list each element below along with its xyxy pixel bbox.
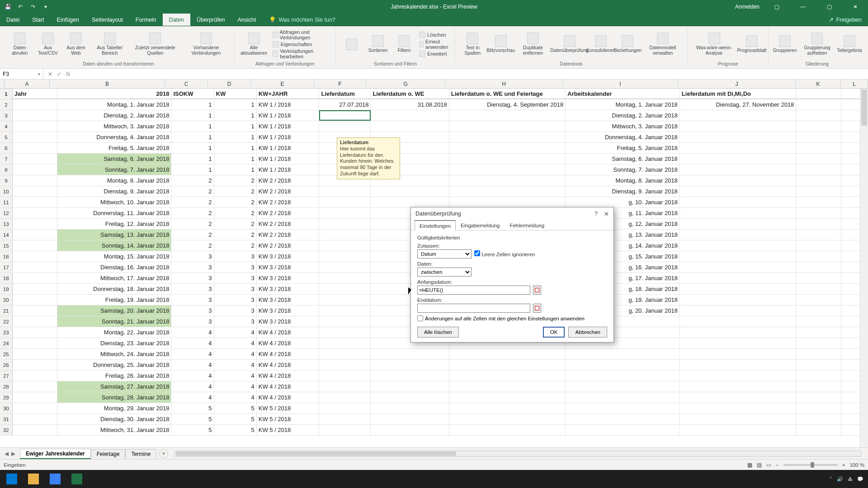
cell[interactable] (13, 338, 57, 348)
cell[interactable] (680, 349, 797, 359)
cell[interactable] (13, 251, 57, 262)
cell[interactable]: KW 5 / 2018 (257, 403, 320, 413)
cell[interactable]: KW 3 / 2018 (257, 316, 320, 327)
cell[interactable] (680, 392, 797, 403)
zoom-level[interactable]: 100 % (849, 462, 864, 468)
cell[interactable]: Donnerstag, 11. Januar 2018 (57, 208, 172, 218)
cell[interactable]: KW 1 / 2018 (257, 154, 320, 164)
cell[interactable]: Donnerstag, 25. Januar 2018 (57, 360, 172, 370)
cell[interactable]: 4 (171, 381, 214, 392)
cell[interactable] (796, 360, 841, 370)
start-date-input[interactable] (417, 286, 530, 295)
row-header[interactable]: 22 (0, 316, 13, 327)
cell[interactable] (796, 186, 841, 197)
cell[interactable]: 3 (214, 295, 257, 305)
cell[interactable] (449, 154, 566, 164)
cell[interactable] (449, 175, 566, 186)
cell[interactable] (13, 403, 57, 413)
cell[interactable]: KW 4 / 2018 (257, 360, 320, 370)
cell[interactable] (796, 164, 841, 175)
cell[interactable] (13, 273, 57, 283)
redo-icon[interactable]: ↷ (29, 3, 37, 11)
select-all-corner[interactable] (0, 80, 5, 88)
horizontal-scrollbar[interactable] (175, 450, 862, 457)
from-web-button[interactable]: Aus dem Web (64, 33, 89, 56)
cell[interactable] (796, 121, 841, 131)
cell[interactable]: KW (214, 89, 257, 99)
cell[interactable]: Dienstag, 23. Januar 2018 (57, 338, 172, 348)
row-header[interactable]: 4 (0, 121, 13, 131)
cell[interactable] (319, 284, 371, 294)
tellme-search[interactable]: 💡 Was möchten Sie tun? (263, 14, 342, 26)
clear-filter-item[interactable]: Löschen (419, 32, 450, 38)
tab-insert[interactable]: Einfügen (51, 14, 85, 26)
cell[interactable] (680, 381, 797, 392)
cell[interactable] (680, 219, 797, 229)
cell[interactable]: 3 (171, 316, 214, 327)
cell[interactable]: 2 (171, 230, 214, 240)
cell[interactable]: Freitag, 12. Januar 2018 (57, 219, 172, 229)
normal-view-icon[interactable]: ▦ (747, 462, 752, 468)
cell[interactable]: Mittwoch, 17. Januar 2018 (57, 273, 172, 283)
cell[interactable] (449, 197, 566, 207)
cell[interactable]: 1 (214, 121, 257, 131)
cell[interactable]: Arbeitskalender (566, 89, 680, 99)
cell[interactable] (371, 110, 449, 121)
row-header[interactable]: 19 (0, 284, 13, 294)
cell[interactable]: 3 (214, 262, 257, 272)
cell[interactable]: 5 (171, 414, 214, 424)
cell[interactable] (449, 110, 566, 121)
cell[interactable]: Dienstag, 9. Januar 2018 (566, 186, 680, 197)
cell[interactable] (449, 360, 566, 370)
end-date-input[interactable] (417, 304, 530, 313)
cell[interactable] (13, 414, 57, 424)
data-validation-button[interactable]: Datenüberprüfung (554, 35, 585, 53)
cell[interactable]: Sonntag, 28. Januar 2018 (57, 392, 172, 403)
close-icon[interactable]: ✕ (846, 4, 864, 10)
manage-model-button[interactable]: Datenmodell verwalten (643, 33, 683, 56)
cell[interactable]: Dienstag, 27. November 2018 (680, 99, 797, 110)
cell[interactable] (449, 121, 566, 131)
cell[interactable]: 3 (171, 251, 214, 262)
cell[interactable]: KW 4 / 2018 (257, 392, 320, 403)
cell[interactable]: 4 (171, 349, 214, 359)
cell[interactable]: 4 (171, 371, 214, 381)
sheet-nav-prev-icon[interactable]: ◀ (5, 450, 9, 457)
cell[interactable] (319, 230, 371, 240)
cell[interactable] (796, 230, 841, 240)
subtotal-button[interactable]: Teilergebnis (838, 35, 861, 53)
cell[interactable] (13, 327, 57, 338)
cell[interactable] (13, 316, 57, 327)
row-header[interactable]: 32 (0, 425, 13, 435)
cell[interactable] (13, 392, 57, 403)
queries-item[interactable]: Abfragen und Verbindungen (273, 29, 331, 40)
cell[interactable] (796, 349, 841, 359)
existing-conn-button[interactable]: Vorhandene Verbindungen (183, 33, 229, 56)
cell[interactable]: KW 1 / 2018 (257, 143, 320, 153)
cell[interactable]: Montag, 1. Januar 2018 (566, 99, 680, 110)
start-date-ref-icon[interactable] (533, 286, 541, 295)
cell[interactable] (371, 121, 449, 131)
cell[interactable] (680, 425, 797, 435)
col-header-K[interactable]: K (796, 80, 841, 88)
cell[interactable]: 1 (214, 132, 257, 142)
cell[interactable] (796, 425, 841, 435)
minimize-icon[interactable]: — (794, 4, 812, 10)
cell[interactable]: 3 (171, 284, 214, 294)
cell[interactable] (13, 425, 57, 435)
cell[interactable]: KW 2 / 2018 (257, 175, 320, 186)
cell[interactable] (449, 132, 566, 142)
cell[interactable]: Montag, 15. Januar 2018 (57, 251, 172, 262)
tray-volume-icon[interactable]: 🔊 (837, 476, 843, 482)
cell[interactable]: 1 (171, 110, 214, 121)
cell[interactable]: KW 1 / 2018 (257, 99, 320, 110)
row-header[interactable]: 29 (0, 392, 13, 403)
cell[interactable]: 4 (171, 338, 214, 348)
tray-chevron-icon[interactable]: ˄ (830, 476, 832, 482)
tab-file[interactable]: Datei (0, 14, 26, 26)
col-header-B[interactable]: B (50, 80, 165, 88)
cell[interactable] (449, 164, 566, 175)
cell[interactable]: 4 (171, 360, 214, 370)
browser-icon[interactable] (45, 471, 65, 487)
cell[interactable] (449, 186, 566, 197)
